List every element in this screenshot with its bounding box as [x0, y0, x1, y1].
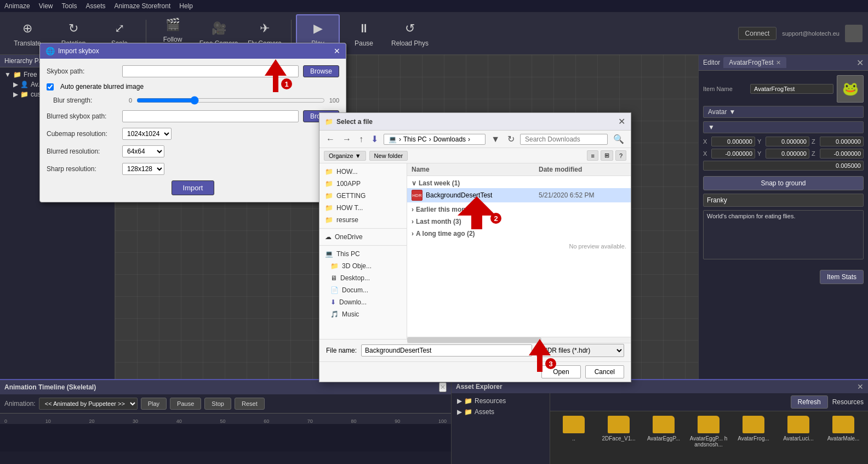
menu-assets[interactable]: Assets — [86, 2, 106, 10]
file-sidebar-downloads[interactable]: ⬇Downlo... — [319, 296, 407, 308]
folder-icon-avatarluci — [787, 416, 809, 433]
cubemap-select[interactable]: 1024x1024512x512256x256 — [122, 128, 172, 140]
item-stats-button[interactable]: Item Stats — [820, 270, 864, 284]
skybox-browse-button[interactable]: Browse — [303, 65, 339, 77]
file-up-button[interactable]: ↑ — [357, 133, 366, 145]
timeline-close-button[interactable]: ✕ — [439, 382, 447, 392]
play-button[interactable]: Play — [141, 398, 167, 410]
file-cancel-button[interactable]: Cancel — [585, 365, 624, 378]
view-list-button[interactable]: ≡ — [587, 150, 598, 161]
file-sidebar-how1[interactable]: 📁HOW... — [319, 166, 407, 178]
asset-file-avatarluci[interactable]: AvatarLuci... — [779, 416, 818, 442]
file-search-button[interactable]: 🔍 — [611, 133, 626, 145]
file-group-last-month[interactable]: › Last month (3) — [407, 214, 631, 227]
col-date-header[interactable]: Date modified — [539, 166, 626, 173]
file-horizontal-scrollbar[interactable] — [407, 337, 631, 343]
coord-z2[interactable] — [820, 149, 864, 159]
description-textarea[interactable] — [703, 210, 864, 259]
file-dialog-close-button[interactable]: ✕ — [618, 116, 625, 127]
file-name-footer-input[interactable] — [361, 344, 532, 357]
file-select-dialog[interactable]: 📁 Select a file ✕ ← → ↑ ⬇ 💻 › This PC › … — [319, 112, 631, 382]
asset-file-avatarfrog[interactable]: AvatarFrog... — [734, 416, 773, 442]
coord-y2[interactable] — [766, 149, 809, 159]
file-group-last-week[interactable]: ∨ Last week (1) — [407, 176, 631, 188]
snap-to-ground-button[interactable]: Snap to ground — [703, 176, 864, 190]
menu-help[interactable]: Help — [179, 2, 193, 10]
editor-tab-avatarfrogtest[interactable]: AvatarFrogTest ✕ — [723, 57, 786, 68]
file-search-input[interactable] — [520, 134, 608, 145]
auto-blur-checkbox[interactable] — [47, 83, 54, 90]
refresh-button[interactable]: Refresh — [791, 395, 828, 409]
file-sidebar-thispc[interactable]: 💻This PC — [319, 248, 407, 260]
file-open-button[interactable]: Open — [541, 365, 580, 378]
stop-button[interactable]: Stop — [204, 398, 231, 410]
col-name-header[interactable]: Name — [412, 166, 539, 173]
resources-tab[interactable]: Resources — [832, 398, 864, 406]
file-scrollbar-thumb[interactable] — [407, 337, 541, 343]
file-sidebar-desktop[interactable]: 🖥Desktop... — [319, 272, 407, 284]
asset-explorer-close[interactable]: ✕ — [857, 382, 864, 391]
editor-panel-close[interactable]: ✕ — [856, 58, 864, 68]
file-refresh-button[interactable]: ↻ — [505, 133, 517, 145]
file-sidebar-3dobjects[interactable]: 📁3D Obje... — [319, 260, 407, 272]
blurred-res-select[interactable]: 64x6432x32128x128 — [122, 145, 164, 157]
reset-button[interactable]: Reset — [235, 398, 265, 410]
item-name-input[interactable] — [750, 84, 833, 94]
import-skybox-body: Skybox path: Browse Auto generate blurre… — [40, 59, 346, 202]
animation-select[interactable]: << Animated by Puppeteer >> — [39, 398, 138, 410]
file-path-bar[interactable]: 💻 › This PC › Downloads › — [384, 134, 486, 145]
asset-file-avatarmale[interactable]: AvatarMale... — [824, 416, 863, 442]
file-group-earlier-month[interactable]: › Earlier this month (1) — [407, 202, 631, 214]
asset-tree-assets[interactable]: ▶ 📁 Assets — [454, 406, 547, 417]
editor-dropdown2[interactable]: ▼ — [703, 121, 864, 133]
menu-storefront[interactable]: Animaze Storefront — [115, 2, 171, 10]
coord-z1[interactable] — [820, 137, 864, 146]
file-type-icon: HDR — [412, 190, 422, 201]
asset-file-avatareggp1[interactable]: AvatarEggP... — [644, 416, 683, 442]
file-sidebar-onedrive[interactable]: ☁OneDrive — [319, 231, 407, 243]
coord-x1[interactable] — [711, 137, 755, 146]
menu-view[interactable]: View — [39, 2, 53, 10]
file-download-button[interactable]: ⬇ — [369, 133, 380, 145]
blur-slider[interactable] — [136, 96, 325, 105]
coord-y1[interactable] — [766, 137, 809, 146]
file-sidebar-100app[interactable]: 📁100APP — [319, 178, 407, 190]
support-label: support@holotech.eu — [782, 30, 840, 37]
file-sidebar-resurse[interactable]: 📁resurse — [319, 214, 407, 226]
file-sidebar-howt[interactable]: 📁HOW T... — [319, 202, 407, 214]
asset-file-avatareggp2[interactable]: AvatarEggP... handsnosh... — [689, 416, 728, 448]
avatar-dropdown[interactable]: Avatar ▼ — [703, 106, 864, 118]
connect-button[interactable]: Connect — [738, 27, 777, 40]
file-forward-button[interactable]: → — [340, 133, 353, 145]
menu-animaze[interactable]: Animaze — [4, 2, 30, 10]
new-folder-button[interactable]: New folder — [369, 151, 408, 161]
file-type-select[interactable]: HDR files (*.hdr) — [536, 344, 624, 357]
file-path-dropdown[interactable]: ▼ — [489, 133, 502, 145]
organize-button[interactable]: Organize ▼ — [324, 151, 366, 161]
view-grid-button[interactable]: ⊞ — [601, 150, 613, 161]
asset-tree-resources[interactable]: ▶ 📁 Resources — [454, 395, 547, 406]
import-button[interactable]: Import — [172, 180, 215, 195]
file-sidebar-documents[interactable]: 📄Docum... — [319, 284, 407, 296]
coord-x2[interactable] — [711, 149, 755, 159]
import-skybox-close[interactable]: ✕ — [334, 47, 340, 55]
sharp-res-select[interactable]: 128x12864x64256x256 — [122, 163, 164, 175]
pause-button[interactable]: Pause — [170, 398, 201, 410]
coord-single[interactable] — [703, 161, 864, 171]
editor-tab-close[interactable]: ✕ — [776, 59, 781, 66]
file-sidebar-music[interactable]: 🎵Music — [319, 308, 407, 320]
file-sidebar-getting[interactable]: 📁GETTING — [319, 190, 407, 202]
pause-tool[interactable]: ⏸ Pause — [342, 14, 386, 53]
import-skybox-dialog[interactable]: 🌐 Import skybox ✕ Skybox path: Browse Au… — [39, 43, 346, 202]
asset-file-dotdot[interactable]: .. — [555, 416, 593, 442]
help-button[interactable]: ? — [615, 150, 626, 161]
file-group-long-ago[interactable]: › A long time ago (2) — [407, 227, 631, 239]
avatar-name-input[interactable] — [703, 194, 864, 207]
asset-file-2dface[interactable]: 2DFace_V1... — [599, 416, 638, 442]
menu-tools[interactable]: Tools — [61, 2, 77, 10]
skybox-path-input[interactable] — [122, 65, 299, 77]
reload-phys-tool[interactable]: ↺ Reload Phys — [388, 14, 432, 53]
file-back-button[interactable]: ← — [324, 133, 337, 145]
file-item-backgrounddeserttest[interactable]: HDR BackgroundDesertTest 5/21/2020 6:52 … — [407, 188, 631, 202]
blurred-skybox-input[interactable] — [122, 110, 299, 122]
